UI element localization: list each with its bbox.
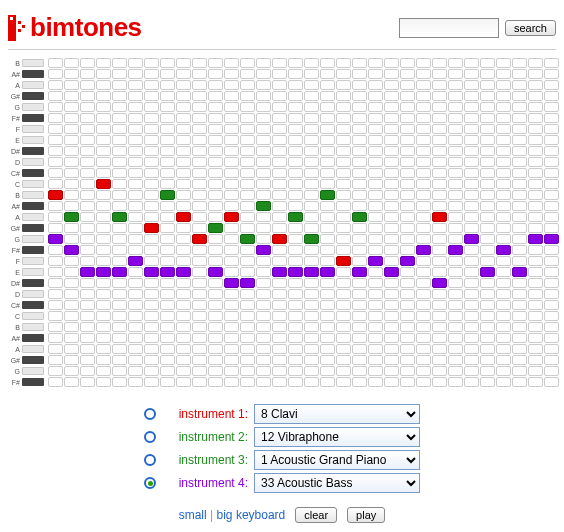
grid-cell[interactable] <box>352 322 367 332</box>
grid-cell[interactable] <box>256 256 271 266</box>
grid-cell[interactable] <box>192 234 207 244</box>
grid-cell[interactable] <box>176 58 191 68</box>
grid-cell[interactable] <box>544 190 559 200</box>
grid-cell[interactable] <box>144 80 159 90</box>
grid-cell[interactable] <box>48 322 63 332</box>
grid-cell[interactable] <box>352 267 367 277</box>
grid-cell[interactable] <box>224 135 239 145</box>
grid-cell[interactable] <box>80 267 95 277</box>
grid-cell[interactable] <box>320 322 335 332</box>
grid-cell[interactable] <box>208 135 223 145</box>
grid-cell[interactable] <box>112 355 127 365</box>
grid-cell[interactable] <box>112 146 127 156</box>
grid-cell[interactable] <box>272 80 287 90</box>
grid-cell[interactable] <box>288 135 303 145</box>
grid-cell[interactable] <box>512 58 527 68</box>
grid-cell[interactable] <box>208 91 223 101</box>
grid-cell[interactable] <box>448 135 463 145</box>
grid-cell[interactable] <box>224 146 239 156</box>
grid-cell[interactable] <box>272 113 287 123</box>
grid-cell[interactable] <box>176 146 191 156</box>
grid-cell[interactable] <box>400 377 415 387</box>
grid-cell[interactable] <box>448 245 463 255</box>
grid-cell[interactable] <box>384 102 399 112</box>
grid-cell[interactable] <box>64 113 79 123</box>
grid-cell[interactable] <box>128 234 143 244</box>
grid-cell[interactable] <box>368 80 383 90</box>
grid-cell[interactable] <box>304 168 319 178</box>
grid-cell[interactable] <box>384 355 399 365</box>
grid-cell[interactable] <box>448 289 463 299</box>
grid-cell[interactable] <box>112 58 127 68</box>
grid-cell[interactable] <box>384 201 399 211</box>
grid-cell[interactable] <box>272 212 287 222</box>
grid-cell[interactable] <box>176 245 191 255</box>
grid-cell[interactable] <box>208 278 223 288</box>
instrument-radio[interactable] <box>144 431 156 443</box>
grid-cell[interactable] <box>304 212 319 222</box>
clear-button[interactable]: clear <box>295 507 337 523</box>
grid-cell[interactable] <box>336 289 351 299</box>
grid-cell[interactable] <box>416 333 431 343</box>
grid-cell[interactable] <box>496 190 511 200</box>
grid-cell[interactable] <box>336 377 351 387</box>
grid-cell[interactable] <box>288 80 303 90</box>
grid-cell[interactable] <box>416 58 431 68</box>
grid-cell[interactable] <box>336 58 351 68</box>
grid-cell[interactable] <box>128 256 143 266</box>
grid-cell[interactable] <box>224 201 239 211</box>
grid-cell[interactable] <box>544 256 559 266</box>
grid-cell[interactable] <box>80 58 95 68</box>
grid-cell[interactable] <box>96 278 111 288</box>
grid-cell[interactable] <box>496 179 511 189</box>
grid-cell[interactable] <box>208 377 223 387</box>
grid-cell[interactable] <box>160 322 175 332</box>
grid-cell[interactable] <box>176 355 191 365</box>
grid-cell[interactable] <box>64 80 79 90</box>
grid-cell[interactable] <box>160 256 175 266</box>
grid-cell[interactable] <box>416 289 431 299</box>
grid-cell[interactable] <box>432 300 447 310</box>
grid-cell[interactable] <box>528 113 543 123</box>
grid-cell[interactable] <box>304 113 319 123</box>
grid-cell[interactable] <box>272 157 287 167</box>
grid-cell[interactable] <box>368 322 383 332</box>
grid-cell[interactable] <box>272 278 287 288</box>
grid-cell[interactable] <box>432 157 447 167</box>
grid-cell[interactable] <box>400 102 415 112</box>
grid-cell[interactable] <box>320 179 335 189</box>
grid-cell[interactable] <box>224 344 239 354</box>
grid-cell[interactable] <box>208 212 223 222</box>
grid-cell[interactable] <box>64 190 79 200</box>
grid-cell[interactable] <box>336 124 351 134</box>
grid-cell[interactable] <box>352 256 367 266</box>
grid-cell[interactable] <box>144 157 159 167</box>
grid-cell[interactable] <box>96 289 111 299</box>
grid-cell[interactable] <box>224 124 239 134</box>
grid-cell[interactable] <box>512 256 527 266</box>
grid-cell[interactable] <box>48 245 63 255</box>
grid-cell[interactable] <box>512 179 527 189</box>
grid-cell[interactable] <box>224 333 239 343</box>
grid-cell[interactable] <box>528 311 543 321</box>
grid-cell[interactable] <box>96 311 111 321</box>
grid-cell[interactable] <box>512 278 527 288</box>
grid-cell[interactable] <box>112 311 127 321</box>
grid-cell[interactable] <box>208 344 223 354</box>
grid-cell[interactable] <box>240 190 255 200</box>
grid-cell[interactable] <box>416 157 431 167</box>
grid-cell[interactable] <box>368 278 383 288</box>
grid-cell[interactable] <box>144 344 159 354</box>
grid-cell[interactable] <box>416 91 431 101</box>
grid-cell[interactable] <box>432 344 447 354</box>
grid-cell[interactable] <box>272 135 287 145</box>
grid-cell[interactable] <box>288 124 303 134</box>
grid-cell[interactable] <box>256 278 271 288</box>
grid-cell[interactable] <box>144 201 159 211</box>
grid-cell[interactable] <box>368 366 383 376</box>
grid-cell[interactable] <box>432 234 447 244</box>
grid-cell[interactable] <box>192 201 207 211</box>
grid-cell[interactable] <box>432 366 447 376</box>
grid-cell[interactable] <box>480 212 495 222</box>
grid-cell[interactable] <box>256 245 271 255</box>
